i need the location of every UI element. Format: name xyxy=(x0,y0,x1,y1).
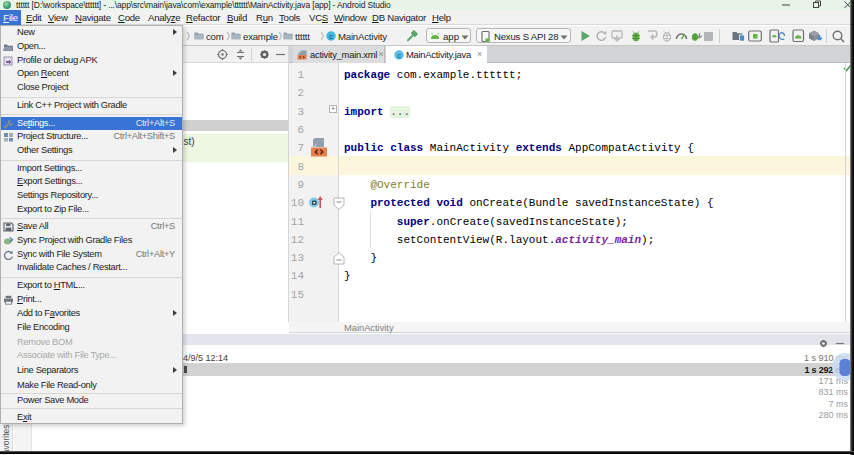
svg-text:c: c xyxy=(397,50,401,59)
svg-text:c: c xyxy=(329,32,333,41)
